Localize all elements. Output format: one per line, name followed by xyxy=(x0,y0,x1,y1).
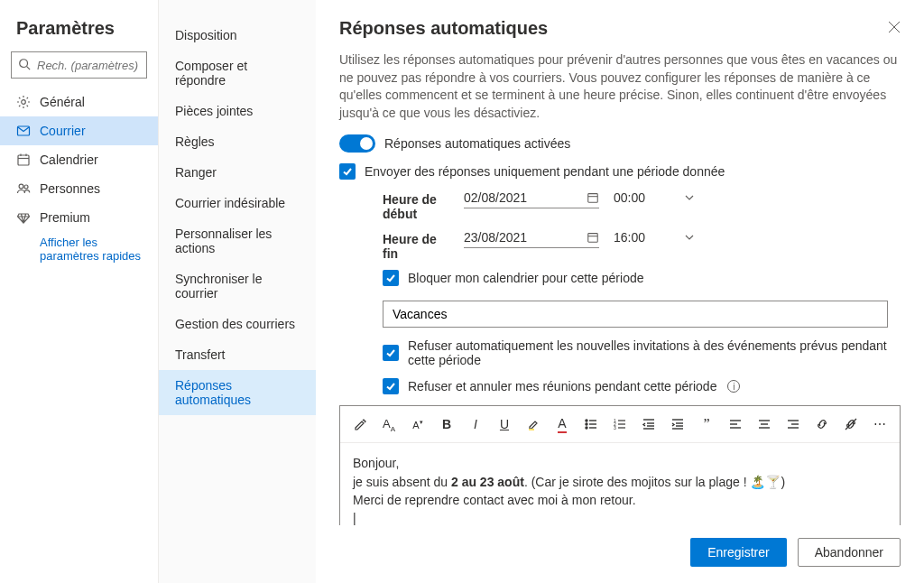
svg-point-8 xyxy=(19,184,23,189)
svg-rect-12 xyxy=(588,194,598,203)
align-right-icon[interactable] xyxy=(781,412,806,437)
category-premium[interactable]: Premium xyxy=(0,203,158,232)
align-left-icon[interactable] xyxy=(723,412,748,437)
outdent-icon[interactable] xyxy=(636,412,661,437)
checkbox-decline-invites[interactable] xyxy=(383,345,399,361)
category-mail[interactable]: Courrier xyxy=(0,116,158,145)
svg-point-18 xyxy=(586,423,587,425)
end-time-label: Heure de fin xyxy=(383,230,449,261)
settings-detail-panel: Réponses automatiques Utilisez les répon… xyxy=(316,0,924,583)
panel-title: Réponses automatiques xyxy=(339,18,548,39)
subnav-junk[interactable]: Courrier indésirable xyxy=(159,188,316,218)
auto-replies-toggle[interactable] xyxy=(339,134,375,153)
toggle-label: Réponses automatiques activées xyxy=(384,136,570,151)
start-date-input[interactable]: 02/08/2021 xyxy=(464,190,599,208)
calendar-icon xyxy=(16,153,31,167)
svg-point-19 xyxy=(586,427,587,429)
svg-line-1 xyxy=(27,67,31,70)
editor-textarea[interactable]: Bonjour, je suis absent du 2 au 23 août.… xyxy=(340,443,900,525)
category-label: Premium xyxy=(40,210,90,225)
link-icon[interactable] xyxy=(809,412,835,437)
category-people[interactable]: Personnes xyxy=(0,174,158,203)
subnav-customize-actions[interactable]: Personnaliser les actions xyxy=(159,218,316,264)
chevron-down-icon xyxy=(684,192,695,203)
indent-icon[interactable] xyxy=(665,412,690,437)
svg-rect-4 xyxy=(18,155,29,165)
subnav-attachments[interactable]: Pièces jointes xyxy=(159,96,316,126)
subnav-auto-replies[interactable]: Réponses automatiques xyxy=(159,370,316,415)
svg-point-17 xyxy=(586,420,587,421)
checkbox-label: Envoyer des réponses uniquement pendant … xyxy=(365,164,725,179)
subnav-compose[interactable]: Composer et répondre xyxy=(159,51,316,96)
format-painter-icon[interactable] xyxy=(347,412,373,437)
mail-icon xyxy=(16,124,31,138)
save-button[interactable]: Enregistrer xyxy=(690,538,786,567)
people-icon xyxy=(16,181,31,196)
mail-subnav: Disposition Composer et répondre Pièces … xyxy=(159,0,316,583)
diamond-icon xyxy=(16,210,31,225)
subnav-sweep[interactable]: Ranger xyxy=(159,157,316,188)
category-general[interactable]: Général xyxy=(0,88,158,116)
quick-settings-link[interactable]: Afficher les paramètres rapides xyxy=(0,232,158,266)
svg-rect-14 xyxy=(588,234,598,243)
checkbox-label: Bloquer mon calendrier pour cette périod… xyxy=(408,271,644,285)
discard-button[interactable]: Abandonner xyxy=(798,538,901,567)
svg-point-0 xyxy=(20,60,28,68)
checkbox-label: Refuser et annuler mes réunions pendant … xyxy=(408,379,716,393)
settings-search-input[interactable] xyxy=(11,51,147,79)
font-color-icon[interactable]: A xyxy=(550,412,575,437)
settings-heading: Paramètres xyxy=(0,18,158,51)
font-size-increase-icon[interactable]: AA xyxy=(376,412,402,437)
editor-toolbar: AA A▾ B I U A 123 ” ⋯ xyxy=(340,406,900,443)
underline-icon[interactable]: U xyxy=(492,412,517,437)
unlink-icon[interactable] xyxy=(838,412,864,437)
panel-footer: Enregistrer Abandonner xyxy=(316,525,924,583)
checkbox-block-calendar[interactable] xyxy=(383,270,399,286)
subnav-message-handling[interactable]: Gestion des courriers xyxy=(159,309,316,339)
calendar-icon xyxy=(587,191,599,204)
end-time-select[interactable]: 16:00 xyxy=(614,230,695,245)
close-icon[interactable] xyxy=(888,21,901,37)
checkbox-cancel-meetings[interactable] xyxy=(383,378,399,394)
gear-icon xyxy=(16,95,31,109)
category-label: Calendrier xyxy=(40,153,98,167)
checkbox-label: Refuser automatiquement les nouvelles in… xyxy=(408,338,901,367)
bold-icon[interactable]: B xyxy=(434,412,459,437)
start-time-label: Heure de début xyxy=(383,190,449,221)
font-size-decrease-icon[interactable]: A▾ xyxy=(405,412,430,437)
block-calendar-title-input[interactable] xyxy=(383,301,888,328)
cursor-line: | xyxy=(353,509,887,525)
more-options-icon[interactable]: ⋯ xyxy=(867,412,892,437)
info-icon[interactable]: i xyxy=(727,380,740,393)
calendar-icon xyxy=(587,231,599,244)
checkbox-send-during-period[interactable] xyxy=(339,163,356,180)
subnav-rules[interactable]: Règles xyxy=(159,126,316,157)
category-label: Personnes xyxy=(40,181,100,196)
align-center-icon[interactable] xyxy=(752,412,777,437)
subnav-sync[interactable]: Synchroniser le courrier xyxy=(159,264,316,309)
subnav-layout[interactable]: Disposition xyxy=(159,20,316,51)
svg-point-2 xyxy=(22,100,26,105)
end-date-input[interactable]: 23/08/2021 xyxy=(464,230,599,248)
start-time-select[interactable]: 00:00 xyxy=(614,190,695,205)
svg-text:3: 3 xyxy=(614,425,616,430)
quote-icon[interactable]: ” xyxy=(694,412,719,437)
panel-description: Utilisez les réponses automatiques pour … xyxy=(339,51,901,122)
svg-point-9 xyxy=(24,185,28,189)
category-label: Général xyxy=(40,95,85,109)
bullet-list-icon[interactable] xyxy=(578,412,604,437)
settings-sidebar: Paramètres Général Courrier Calendrier P… xyxy=(0,0,159,583)
message-editor: AA A▾ B I U A 123 ” ⋯ Bonjour, xyxy=(339,405,901,525)
category-calendar[interactable]: Calendrier xyxy=(0,145,158,174)
subnav-forwarding[interactable]: Transfert xyxy=(159,339,316,370)
chevron-down-icon xyxy=(684,232,695,243)
category-label: Courrier xyxy=(40,124,86,138)
italic-icon[interactable]: I xyxy=(463,412,488,437)
search-icon xyxy=(18,58,31,70)
numbered-list-icon[interactable]: 123 xyxy=(607,412,633,437)
highlight-icon[interactable] xyxy=(521,412,546,437)
